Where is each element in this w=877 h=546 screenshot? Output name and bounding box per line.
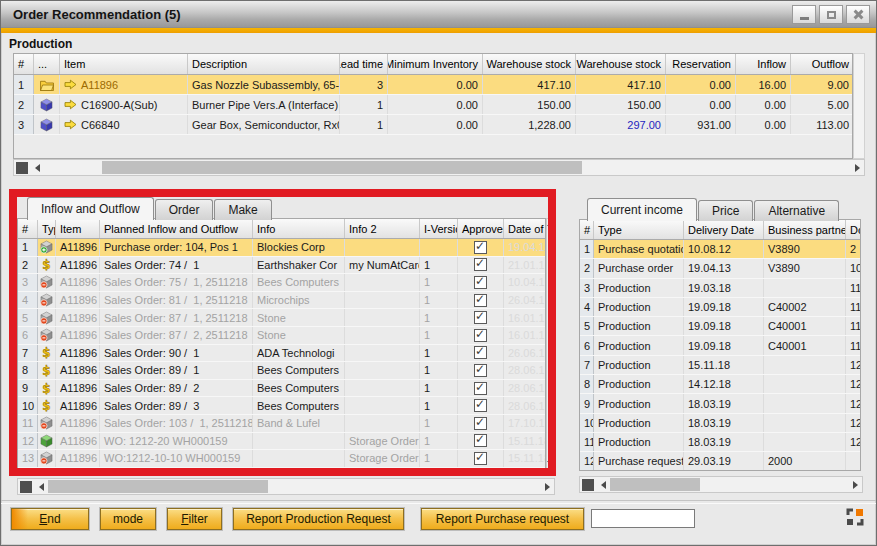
type-cell: Purchase request xyxy=(594,452,684,470)
current-income-tab-1[interactable]: Price xyxy=(698,200,753,221)
inflow-outflow-tab-2[interactable]: Make xyxy=(214,199,271,220)
table-row[interactable]: 10$A11896Sales Order: 89 / 3Bees Compute… xyxy=(18,397,545,415)
table-row[interactable]: 3 A11896Sales Order: 75 / 1, 2511218Bees… xyxy=(18,274,545,292)
table-row[interactable]: 9$A11896Sales Order: 89 / 2Bees Computer… xyxy=(18,380,545,398)
scrollbar-split-box[interactable] xyxy=(20,481,32,493)
table-row[interactable]: 8$A11896Sales Order: 89 / 1Bees Computer… xyxy=(18,362,545,380)
item-code-link[interactable]: C66840 xyxy=(81,119,120,131)
scrollbar-thumb[interactable] xyxy=(102,161,582,174)
table-row[interactable]: 3Production19.03.1811 xyxy=(580,279,860,298)
scrollbar-split-box[interactable] xyxy=(16,162,28,174)
approved-checkbox[interactable] xyxy=(474,434,487,447)
svg-text:$: $ xyxy=(42,364,50,377)
info-cell: Stone xyxy=(253,309,345,326)
approved-checkbox[interactable] xyxy=(474,294,487,307)
table-row[interactable]: 4Production19.09.18C4000211 xyxy=(580,298,860,317)
accent-bar xyxy=(1,28,876,33)
current-income-tab-0[interactable]: Current income xyxy=(587,198,697,221)
production-table-vscrollbar[interactable] xyxy=(853,53,865,159)
approved-checkbox[interactable] xyxy=(474,258,487,271)
table-row[interactable]: 2$A11896Sales Order: 74 / 1Earthshaker C… xyxy=(18,257,545,275)
scroll-left-button[interactable] xyxy=(34,479,48,494)
production-table-hscrollbar[interactable] xyxy=(13,159,865,176)
current-income-tab-2[interactable]: Alternative xyxy=(754,200,839,221)
sales-order-icon: $ xyxy=(41,346,52,359)
approved-checkbox[interactable] xyxy=(474,364,487,377)
table-row[interactable]: 13 A11896WO:1212-10-10 WH000159Storage O… xyxy=(18,450,545,468)
table-row[interactable]: 1A11896Gas Nozzle Subassembly, 65-502543… xyxy=(14,75,852,95)
inflow-outflow-vscrollbar[interactable] xyxy=(546,218,556,471)
table-row[interactable]: 12 A11896WO: 1212-20 WH000159Storage Ord… xyxy=(18,433,545,451)
mode-button[interactable]: mode xyxy=(100,508,156,530)
table-row[interactable]: 1Purchase quotatio10.08.12V38902 xyxy=(580,240,860,259)
item-code-link[interactable]: A11896 xyxy=(81,79,118,91)
approved-checkbox[interactable] xyxy=(474,452,487,465)
minimize-button[interactable] xyxy=(792,5,816,24)
scrollbar-thumb[interactable] xyxy=(610,478,700,491)
inflow-outflow-tab-0[interactable]: Inflow and Outflow xyxy=(27,197,154,220)
table-row[interactable]: 2Purchase order19.04.13V389010 xyxy=(580,259,860,278)
approved-cell xyxy=(458,397,504,414)
approved-cell xyxy=(458,239,504,256)
table-row[interactable]: 6 A11896Sales Order: 87 / 2, 2511218Ston… xyxy=(18,327,545,345)
table-row[interactable]: 7Production15.11.1812 xyxy=(580,356,860,375)
scroll-left-button[interactable] xyxy=(596,477,610,492)
footer-text-input[interactable] xyxy=(591,509,695,528)
approved-cell xyxy=(458,362,504,379)
inflow-outflow-hscrollbar[interactable] xyxy=(17,478,555,495)
item-code-link[interactable]: C16900-A(Sub) xyxy=(81,99,157,111)
table-row[interactable]: 3 C66840Gear Box, Semiconductor, Rx0710.… xyxy=(14,115,852,135)
current-income-hscrollbar[interactable] xyxy=(579,476,863,493)
row-number-cell: 5 xyxy=(580,317,594,335)
table-cell: 1,228.00 xyxy=(483,115,576,134)
approved-checkbox[interactable] xyxy=(474,276,487,289)
report-purchase-request-button[interactable]: Report Purchase request xyxy=(421,508,584,530)
approved-cell xyxy=(458,380,504,397)
maximize-button[interactable] xyxy=(819,5,843,24)
table-row[interactable]: 5Production19.09.18C4000111 xyxy=(580,317,860,336)
column-header: Inflow xyxy=(736,54,791,74)
filter-button[interactable]: Filter xyxy=(167,508,222,530)
storage-box-icon xyxy=(40,434,53,448)
table-row[interactable]: 11 A11896Sales Order: 103 / 1, 2511218Ba… xyxy=(18,415,545,433)
scrollbar-thumb[interactable] xyxy=(48,480,268,493)
scroll-right-button[interactable] xyxy=(848,477,862,492)
scrollbar-split-box[interactable] xyxy=(582,479,594,491)
svg-text:$: $ xyxy=(42,346,50,359)
item-code-cell[interactable]: C66840 xyxy=(60,115,188,134)
planned-cell: WO:1212-10-10 WH000159 xyxy=(100,450,253,467)
table-row[interactable]: 4 A11896Sales Order: 81 / 1, 2511218Micr… xyxy=(18,292,545,310)
report-production-request-button[interactable]: Report Production Request xyxy=(233,508,404,530)
table-row[interactable]: 12Purchase request29.03.192000 xyxy=(580,452,860,471)
item-code-cell[interactable]: C16900-A(Sub) xyxy=(60,95,188,114)
approved-checkbox[interactable] xyxy=(474,346,487,359)
titlebar[interactable]: Order Recommendation (5) xyxy=(1,1,876,28)
table-row[interactable]: 9Production18.03.1912 xyxy=(580,394,860,413)
inflow-outflow-tab-1[interactable]: Order xyxy=(155,199,214,220)
table-cell[interactable]: 297.00 xyxy=(576,115,666,134)
table-row[interactable]: 10Production18.03.1912 xyxy=(580,414,860,433)
approved-checkbox[interactable] xyxy=(474,382,487,395)
scrollbar-thumb[interactable] xyxy=(548,233,554,293)
table-row[interactable]: 6Production19.09.18C4000111 xyxy=(580,336,860,355)
expand-panel-icon[interactable] xyxy=(846,508,864,526)
item-code-cell[interactable]: A11896 xyxy=(60,75,188,94)
column-header: Date of or xyxy=(504,219,546,238)
approved-checkbox[interactable] xyxy=(474,241,487,254)
end-button[interactable]: End xyxy=(11,508,89,530)
scroll-left-button[interactable] xyxy=(30,160,44,175)
approved-checkbox[interactable] xyxy=(474,399,487,412)
planned-cell: Sales Order: 75 / 1, 2511218 xyxy=(100,274,253,291)
scroll-right-button[interactable] xyxy=(850,160,864,175)
table-row[interactable]: 5 A11896Sales Order: 87 / 1, 2511218Ston… xyxy=(18,309,545,327)
close-button[interactable] xyxy=(846,5,870,24)
table-row[interactable]: 2 C16900-A(Sub)Burner Pipe Vers.A (Inter… xyxy=(14,95,852,115)
table-row[interactable]: 7$A11896Sales Order: 90 / 1ADA Technolog… xyxy=(18,345,545,363)
scroll-right-button[interactable] xyxy=(540,479,554,494)
table-row[interactable]: 8Production14.12.1812 xyxy=(580,375,860,394)
approved-checkbox[interactable] xyxy=(474,311,487,324)
table-row[interactable]: 11Production18.03.1912 xyxy=(580,433,860,452)
table-row[interactable]: 1 A11896Purchase order: 104, Pos 1Blocki… xyxy=(18,239,545,257)
approved-checkbox[interactable] xyxy=(474,417,487,430)
approved-checkbox[interactable] xyxy=(474,329,487,342)
